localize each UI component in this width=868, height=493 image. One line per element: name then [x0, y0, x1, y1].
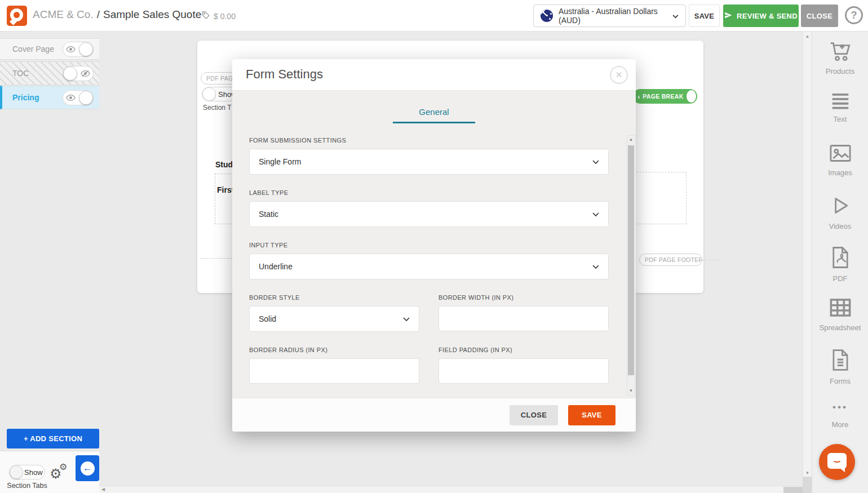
play-icon: [829, 194, 852, 217]
help-icon[interactable]: ?: [845, 6, 863, 24]
chevron-down-icon: [403, 314, 410, 323]
field-label: INPUT TYPE: [249, 242, 609, 248]
toggle-knob: [79, 42, 93, 56]
arrow-left-icon: ←: [81, 461, 95, 476]
toggle-knob: [63, 66, 77, 81]
scroll-down-arrow-icon[interactable]: ▼: [627, 387, 635, 395]
eye-icon: [66, 46, 76, 53]
modal-scrollbar[interactable]: ▲ ▼: [627, 135, 635, 396]
field-label: BORDER RADIUS (IN PX): [249, 347, 419, 353]
page-break-pill[interactable]: ‹ PAGE BREAK: [633, 89, 697, 104]
border-width-input[interactable]: [439, 306, 609, 331]
border-radius-field: BORDER RADIUS (IN PX): [249, 347, 419, 384]
australia-flag-icon: [541, 10, 553, 22]
border-style-field: BORDER STYLE Solid: [249, 294, 419, 332]
sidebar-item-cover-page[interactable]: Cover Page: [0, 38, 99, 60]
modal-title: Form Settings: [246, 67, 323, 82]
scroll-left-arrow-icon[interactable]: ◀: [101, 487, 105, 492]
tool-products[interactable]: Products: [812, 41, 868, 92]
chevron-down-icon: [592, 157, 599, 166]
price-tag: $ 0.00: [201, 11, 236, 21]
brand-name: ACME & Co.: [33, 8, 94, 20]
field-label: BORDER STYLE: [249, 294, 419, 301]
dashed-connector: [702, 260, 719, 260]
cover-page-visibility-toggle[interactable]: [63, 42, 94, 57]
tool-spreadsheet[interactable]: Spreadsheet: [812, 297, 868, 348]
label-type-select[interactable]: Static: [249, 201, 609, 227]
toggle-knob: [10, 465, 23, 479]
chat-widget-button[interactable]: [819, 444, 855, 480]
modal-save-button[interactable]: SAVE: [568, 405, 615, 425]
cart-plus-icon: [828, 41, 853, 62]
review-send-button[interactable]: REVIEW & SEND: [723, 5, 799, 27]
tool-forms[interactable]: Forms: [812, 348, 868, 399]
modal-body: FORM SUBMISSION SETTINGS Single Form LAB…: [232, 123, 636, 398]
top-header: ACME & Co./Sample Sales Quote $ 0.00 Aus…: [0, 0, 868, 32]
section-tabs-label: Section Tabs: [3, 482, 51, 490]
pdf-page-footer-pill[interactable]: PDF PAGE FOOTER: [639, 254, 702, 266]
page-show-toggle[interactable]: Show: [202, 87, 237, 101]
toc-visibility-toggle[interactable]: [63, 66, 94, 81]
pricing-visibility-toggle[interactable]: [63, 90, 94, 105]
eye-icon: [66, 94, 76, 101]
modal-close-button[interactable]: CLOSE: [510, 405, 558, 425]
modal-close-icon[interactable]: ✕: [610, 66, 628, 84]
content-toolbox: Products Text Images Videos PDF Spreadsh…: [812, 0, 868, 493]
quote-editor-app: ACME & Co./Sample Sales Quote $ 0.00 Aus…: [0, 0, 868, 493]
chevron-down-icon: [592, 210, 599, 219]
modal-tab-bar: General: [232, 91, 636, 123]
section-tabs-toggle[interactable]: Show: [9, 465, 45, 479]
scrollbar-thumb[interactable]: [783, 487, 803, 493]
page-section-tabs-label: Section T: [203, 104, 231, 112]
field-padding-input[interactable]: [439, 358, 609, 384]
sidebar-item-pricing[interactable]: Pricing: [0, 86, 99, 109]
currency-dropdown[interactable]: Australia - Australian Dollars (AUD): [533, 5, 686, 27]
toggle-knob: [687, 90, 696, 103]
form-document-icon: [830, 348, 851, 372]
settings-gears-icon[interactable]: ⚙⚙: [50, 461, 70, 482]
tool-pdf[interactable]: PDF: [812, 246, 868, 297]
border-style-select[interactable]: Solid: [249, 306, 419, 332]
field-label: FIELD PADDING (IN PX): [439, 347, 609, 353]
scroll-down-arrow-icon[interactable]: ▼: [803, 470, 812, 476]
form-heading-text: Stud: [215, 160, 233, 169]
app-logo-icon[interactable]: [7, 6, 27, 26]
scroll-up-arrow-icon[interactable]: ▲: [627, 136, 635, 144]
input-type-field: INPUT TYPE Underline: [249, 242, 609, 279]
canvas-horizontal-scrollbar[interactable]: ◀: [99, 486, 803, 493]
breadcrumb: ACME & Co./Sample Sales Quote: [33, 8, 201, 21]
modal-footer: CLOSE SAVE: [232, 398, 636, 432]
form-submission-select[interactable]: Single Form: [249, 149, 609, 175]
document-title[interactable]: Sample Sales Quote: [103, 8, 201, 20]
border-radius-input[interactable]: [249, 358, 419, 384]
ellipsis-icon: •••: [832, 399, 848, 415]
sections-sidebar: Cover Page TOC Pricing + ADD SECTION: [0, 32, 99, 493]
tag-icon: [201, 11, 210, 21]
collapse-sidebar-button[interactable]: ←: [76, 455, 99, 481]
sidebar-footer: Show Section Tabs ⚙⚙ ←: [0, 451, 99, 493]
toggle-knob: [202, 87, 216, 101]
scroll-up-arrow-icon[interactable]: ▲: [803, 34, 812, 39]
form-settings-modal: Form Settings ✕ General FORM SUBMISSION …: [232, 59, 636, 432]
label-type-field: LABEL TYPE Static: [249, 189, 609, 227]
tool-text[interactable]: Text: [812, 92, 868, 143]
add-section-button[interactable]: + ADD SECTION: [7, 429, 99, 448]
scrollbar-thumb[interactable]: [628, 145, 634, 375]
tool-images[interactable]: Images: [812, 143, 868, 194]
sidebar-item-toc[interactable]: TOC: [0, 61, 99, 85]
form-submission-settings-field: FORM SUBMISSION SETTINGS Single Form: [249, 137, 609, 175]
input-type-select[interactable]: Underline: [249, 254, 609, 279]
chevron-down-icon: [672, 11, 679, 20]
grid-icon: [829, 297, 852, 318]
pdf-file-icon: [829, 246, 852, 269]
tool-more[interactable]: ••• More: [812, 399, 868, 451]
scrollbar-corner: [803, 477, 812, 493]
save-button[interactable]: SAVE: [689, 5, 720, 27]
dashed-divider: [201, 258, 234, 259]
close-editor-button[interactable]: CLOSE: [801, 5, 838, 27]
tab-general[interactable]: General: [393, 107, 475, 123]
canvas-vertical-scrollbar[interactable]: ▲ ▼: [803, 32, 812, 486]
form-field-label: First: [217, 185, 234, 194]
tool-videos[interactable]: Videos: [812, 194, 868, 246]
field-label: BORDER WIDTH (IN PX): [439, 294, 609, 301]
